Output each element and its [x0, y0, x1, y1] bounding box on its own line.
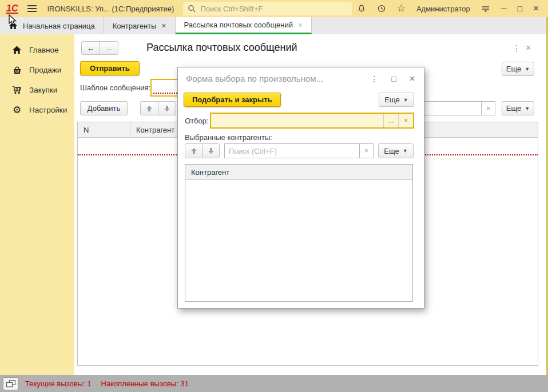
clear-filter-icon[interactable]: × [398, 114, 413, 127]
row-move-buttons [185, 143, 220, 158]
more-label: Еще [384, 95, 399, 104]
selection-dialog: Форма выбора по произвольном... ⋮ □ × По… [177, 67, 424, 309]
dialog-search-input[interactable] [224, 143, 360, 158]
sidebar-item-label: Закупки [29, 86, 57, 94]
page-title: Рассылка почтовых сообщений [146, 42, 297, 54]
more-label: Еще [384, 147, 399, 155]
selected-counterparties-table: Контрагент [185, 164, 413, 302]
1c-logo: 1С [6, 4, 18, 14]
more-actions-dots-icon[interactable]: ⋮ [370, 74, 378, 83]
dialog-title: Форма выбора по произвольном... [186, 74, 366, 83]
tab-kontragenty[interactable]: Контрагенты × [104, 17, 176, 34]
search-icon [188, 5, 196, 13]
more-label: Еще [506, 65, 521, 73]
global-search[interactable] [183, 2, 352, 15]
notifications-bell-icon[interactable] [357, 4, 366, 13]
basket-icon [12, 66, 22, 75]
chevron-down-icon: ▼ [525, 66, 530, 72]
minimize-button[interactable]: ─ [501, 5, 507, 13]
tab-label: Контрагенты [113, 22, 157, 30]
dialog-more-button[interactable]: Еще ▼ [379, 93, 414, 107]
choose-ellipsis-button[interactable]: ... [383, 114, 398, 127]
close-form-icon[interactable]: × [526, 43, 531, 53]
more-label: Еще [506, 104, 521, 113]
tab-label: Рассылка почтовых сообщений [184, 21, 293, 29]
move-down-button[interactable] [158, 101, 176, 115]
home-icon [12, 45, 22, 55]
sidebar-item-nastroyki[interactable]: ⚙ Настройки [0, 100, 74, 120]
table-header: Контрагент [185, 165, 412, 180]
move-up-button[interactable] [185, 143, 202, 158]
service-menu-icon[interactable] [481, 4, 490, 13]
more-button-list[interactable]: Еще ▼ [502, 101, 534, 115]
tab-label: Начальная страница [23, 22, 95, 30]
sidebar-item-label: Главное [29, 46, 59, 54]
sidebar-item-zakupki[interactable]: Закупки [0, 80, 74, 100]
sidebar-item-label: Настройки [29, 106, 67, 114]
more-button-top[interactable]: Еще ▼ [502, 62, 534, 76]
tab-home-page[interactable]: Начальная страница [0, 17, 104, 34]
move-up-button[interactable] [140, 101, 158, 115]
global-search-input[interactable] [199, 4, 347, 14]
hamburger-menu-icon[interactable] [27, 5, 37, 12]
chevron-down-icon: ▼ [403, 148, 408, 154]
sidebar: Главное Продажи Закупки ⚙ Настройки [0, 34, 74, 375]
accumulated-calls-counter: Накопленные вызовы: 31 [101, 379, 189, 388]
chevron-down-icon: ▼ [403, 97, 408, 103]
column-n[interactable]: N [78, 122, 130, 138]
close-tab-icon[interactable]: × [298, 22, 303, 29]
chevron-down-icon: ▼ [525, 106, 530, 111]
send-button[interactable]: Отправить [80, 61, 140, 75]
titlebar: 1С IRONSKILLS: Уп... (1С:Предприятие) ☆ … [0, 0, 548, 17]
dialog-search: × [224, 143, 374, 158]
gear-icon: ⚙ [12, 105, 22, 115]
maximize-dialog-icon[interactable]: □ [391, 74, 396, 83]
home-icon [9, 21, 18, 30]
selected-counterparties-label: Выбранные контрагенты: [185, 133, 272, 142]
close-tab-icon[interactable]: × [161, 22, 166, 29]
app-title: IRONSKILLS: Уп... (1С:Предприятие) [47, 5, 174, 13]
sidebar-item-prodazhi[interactable]: Продажи [0, 60, 74, 80]
close-window-button[interactable]: × [533, 5, 539, 13]
favorites-star-icon[interactable]: ☆ [397, 5, 406, 13]
column-counterparty[interactable]: Контрагент [185, 165, 229, 180]
clear-search-icon[interactable]: × [481, 101, 495, 115]
add-button[interactable]: Добавить [80, 101, 128, 115]
cart-icon [12, 85, 22, 95]
history-icon[interactable] [377, 4, 386, 13]
tab-bar: Начальная страница Контрагенты × Рассылк… [0, 17, 548, 34]
current-calls-counter: Текущие вызовы: 1 [25, 379, 92, 388]
row-move-buttons [140, 101, 176, 115]
pick-and-close-button[interactable]: Подобрать и закрыть [184, 93, 281, 107]
dialog-toolbar: × Еще ▼ [185, 143, 414, 158]
windows-overlap-icon [6, 379, 16, 388]
performance-indicator-button[interactable] [3, 377, 18, 390]
clear-search-icon[interactable]: × [359, 143, 374, 158]
template-label: Шаблон сообщения: [80, 83, 150, 92]
status-bar: Текущие вызовы: 1 Накопленные вызовы: 31 [0, 375, 548, 392]
sidebar-item-glavnoe[interactable]: Главное [0, 40, 74, 60]
dialog-list-more-button[interactable]: Еще ▼ [378, 143, 414, 158]
filter-field[interactable]: ... × [210, 113, 414, 129]
move-down-button[interactable] [202, 143, 220, 158]
back-button[interactable]: ← [81, 41, 100, 55]
app-window: 1С IRONSKILLS: Уп... (1С:Предприятие) ☆ … [0, 0, 548, 392]
user-name[interactable]: Администратор [416, 5, 470, 13]
tab-rassylka-active[interactable]: Рассылка почтовых сообщений × [176, 17, 312, 34]
column-counterparty[interactable]: Контрагент [130, 122, 174, 138]
dialog-window-controls: ⋮ □ × [370, 74, 415, 84]
close-dialog-icon[interactable]: × [410, 74, 415, 84]
more-actions-dots-icon[interactable]: ⋮ [513, 43, 521, 53]
sidebar-item-label: Продажи [29, 66, 61, 74]
navigation-arrows: ← → [81, 41, 118, 55]
maximize-button[interactable]: □ [518, 5, 522, 13]
forward-button[interactable]: → [100, 41, 118, 55]
filter-label: Отбор: [185, 117, 209, 125]
